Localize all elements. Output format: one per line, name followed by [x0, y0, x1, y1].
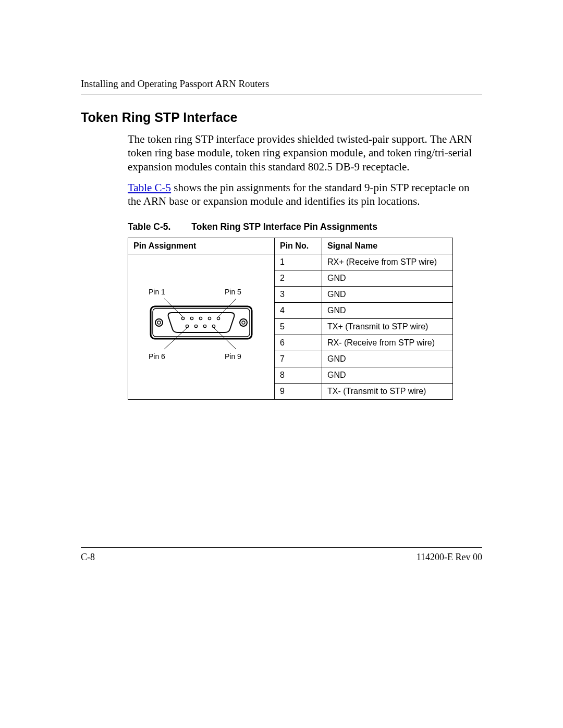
intro-paragraph-1: The token ring STP interface provides sh… — [81, 132, 482, 174]
cell-pin: 5 — [275, 319, 322, 335]
page-footer: C-8 114200-E Rev 00 — [81, 547, 482, 563]
table-crossref-link[interactable]: Table C-5 — [128, 181, 171, 194]
pin-assignment-table: Pin Assignment Pin No. Signal Name Pin 1… — [128, 238, 453, 400]
intro-paragraph-2: Table C-5 shows the pin assignments for … — [81, 181, 482, 208]
svg-point-13 — [240, 319, 247, 326]
intro-paragraph-2-rest: shows the pin assignments for the standa… — [128, 181, 470, 207]
cell-pin: 9 — [275, 384, 322, 400]
db9-connector-icon — [141, 297, 261, 354]
table-caption-number: Table C-5. — [128, 221, 170, 232]
table-header-row: Pin Assignment Pin No. Signal Name — [128, 238, 453, 254]
cell-signal: GND — [322, 303, 453, 319]
pin5-label: Pin 5 — [225, 288, 241, 296]
col-header-pin: Pin No. — [275, 238, 322, 254]
cell-signal: GND — [322, 270, 453, 287]
table-caption: Table C-5.Token Ring STP Interface Pin A… — [81, 221, 482, 232]
svg-point-11 — [155, 319, 163, 326]
cell-pin: 7 — [275, 351, 322, 367]
cell-signal: RX+ (Receive from STP wire) — [322, 254, 453, 270]
col-header-signal: Signal Name — [322, 238, 453, 254]
cell-signal: GND — [322, 287, 453, 303]
page-number: C-8 — [81, 552, 95, 563]
pin-diagram-cell: Pin 1 Pin 5 Pin 6 Pin 9 — [128, 254, 275, 400]
cell-signal: TX+ (Transmit to STP wire) — [322, 319, 453, 335]
cell-signal: TX- (Transmit to STP wire) — [322, 384, 453, 400]
running-head: Installing and Operating Passport ARN Ro… — [81, 78, 482, 94]
cell-pin: 4 — [275, 303, 322, 319]
section-title: Token Ring STP Interface — [81, 110, 482, 125]
cell-signal: GND — [322, 367, 453, 384]
db9-connector-diagram: Pin 1 Pin 5 Pin 6 Pin 9 — [141, 288, 261, 366]
table-row: Pin 1 Pin 5 Pin 6 Pin 9 — [128, 254, 453, 270]
cell-signal: RX- (Receive from STP wire) — [322, 335, 453, 351]
cell-signal: GND — [322, 351, 453, 367]
cell-pin: 6 — [275, 335, 322, 351]
pin1-label: Pin 1 — [149, 288, 165, 296]
cell-pin: 2 — [275, 270, 322, 287]
table-caption-title: Token Ring STP Interface Pin Assignments — [191, 221, 377, 232]
cell-pin: 8 — [275, 367, 322, 384]
col-header-assignment: Pin Assignment — [128, 238, 275, 254]
doc-id: 114200-E Rev 00 — [417, 552, 482, 563]
cell-pin: 1 — [275, 254, 322, 270]
cell-pin: 3 — [275, 287, 322, 303]
